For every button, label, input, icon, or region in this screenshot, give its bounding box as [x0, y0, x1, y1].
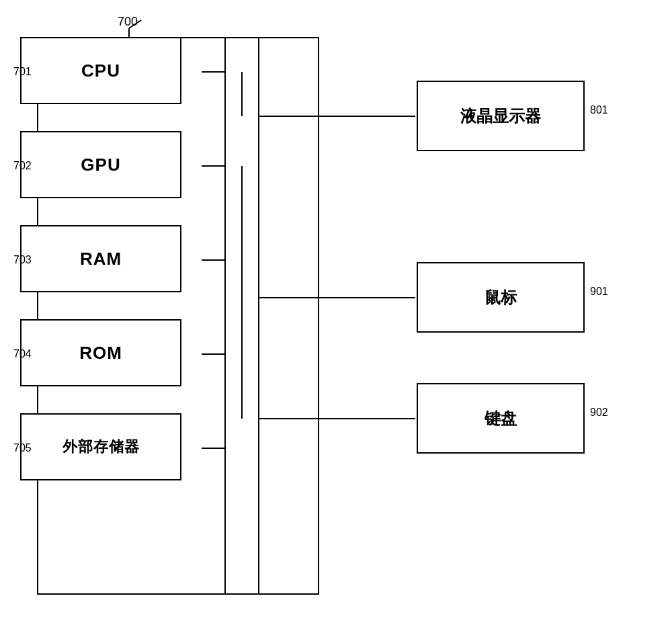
ext-box: 外部存储器 [20, 413, 181, 480]
mouse-label: 鼠标 [485, 287, 517, 308]
ref-902: 902 [590, 407, 608, 419]
lcd-label: 液晶显示器 [460, 106, 541, 127]
gpu-label: GPU [81, 155, 120, 175]
keyboard-label: 键盘 [485, 408, 517, 429]
mouse-box: 鼠标 [417, 262, 585, 333]
cpu-box: CPU [20, 37, 181, 104]
main-block [37, 37, 319, 595]
ram-box: RAM [20, 225, 181, 292]
ref-705: 705 [13, 442, 32, 454]
ref-801: 801 [590, 104, 608, 116]
lcd-box: 液晶显示器 [417, 81, 585, 151]
ref-701: 701 [13, 66, 32, 78]
ref-703: 703 [13, 254, 32, 266]
gpu-box: GPU [20, 131, 181, 198]
ext-label: 外部存储器 [62, 437, 140, 457]
rom-label: ROM [79, 343, 122, 364]
keyboard-box: 键盘 [417, 383, 585, 454]
diagram: 700 CPU GPU [0, 0, 672, 633]
ref-901: 901 [590, 286, 608, 298]
rom-box: ROM [20, 319, 181, 386]
ref-704: 704 [13, 348, 32, 360]
cpu-label: CPU [81, 60, 120, 81]
ram-label: RAM [80, 249, 122, 269]
label-700: 700 [118, 15, 138, 29]
ref-702: 702 [13, 160, 32, 172]
